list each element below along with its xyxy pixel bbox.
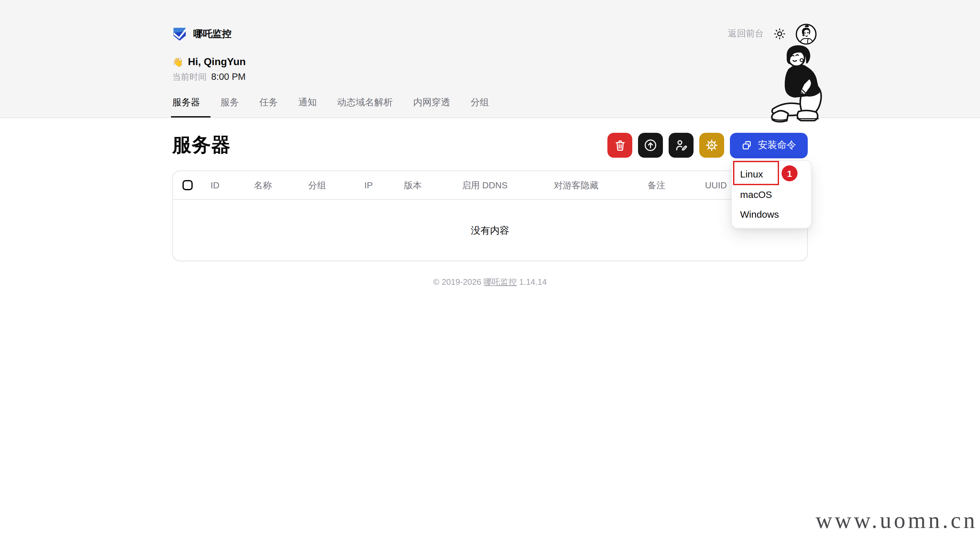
page-title: 服务器 (172, 132, 231, 158)
tab-groups[interactable]: 分组 (471, 90, 489, 117)
greeting-text: Hi, QingYun (188, 56, 246, 68)
tab-servers[interactable]: 服务器 (172, 90, 200, 117)
col-ip: IP (364, 171, 372, 200)
col-version: 版本 (404, 171, 422, 200)
footer: © 2019-2026 哪吒监控 1.14.14 (172, 276, 808, 288)
trash-icon (613, 138, 627, 152)
col-uuid: UUID (705, 171, 727, 200)
install-command-label: 安装命令 (758, 139, 796, 151)
circle-arrow-up-icon (643, 138, 658, 153)
table-header-row: ID 名称 分组 IP 版本 启用 DDNS 对游客隐藏 备注 UUID (173, 171, 807, 200)
brand-row: 哪吒监控 返回前台 (172, 26, 808, 42)
tab-services[interactable]: 服务 (220, 90, 239, 117)
user-avatar[interactable] (795, 23, 817, 45)
theme-toggle-sun-icon[interactable] (774, 28, 785, 40)
brand-name: 哪吒监控 (193, 28, 232, 40)
app-window: 哪吒监控 返回前台 (0, 0, 980, 535)
col-hide-from-guest: 对游客隐藏 (554, 171, 598, 200)
back-to-frontend-link[interactable]: 返回前台 (728, 28, 764, 40)
upload-button[interactable] (638, 133, 663, 158)
servers-table-card: ID 名称 分组 IP 版本 启用 DDNS 对游客隐藏 备注 UUID 没有内… (172, 171, 808, 261)
gear-icon (705, 138, 719, 153)
col-group: 分组 (308, 171, 326, 200)
footer-brand-link[interactable]: 哪吒监控 (484, 277, 517, 287)
tab-tasks[interactable]: 任务 (259, 90, 278, 117)
tab-notifications[interactable]: 通知 (298, 90, 317, 117)
brand-shield-logo-icon (172, 27, 187, 41)
col-id: ID (210, 171, 220, 200)
watermark-text: www.uomn.cn (816, 507, 977, 534)
col-ddns: 启用 DDNS (462, 171, 508, 200)
menu-item-windows[interactable]: Windows (735, 204, 808, 224)
sitting-person-illustration (769, 44, 836, 126)
edit-user-button[interactable] (669, 133, 694, 158)
install-command-button[interactable]: 安装命令 (730, 133, 808, 158)
tab-nat[interactable]: 内网穿透 (413, 90, 450, 117)
delete-button[interactable] (608, 133, 632, 158)
settings-button[interactable] (699, 133, 724, 158)
version-text: 1.14.14 (519, 277, 547, 287)
current-time-value: 8:00 PM (211, 72, 246, 82)
main-nav-tabs: 服务器 服务 任务 通知 动态域名解析 内网穿透 分组 (172, 90, 489, 117)
toolbar: 安装命令 (608, 133, 808, 158)
current-time-label: 当前时间 (172, 72, 207, 83)
main-content: 服务器 (0, 119, 980, 288)
copy-icon (741, 140, 752, 151)
menu-item-linux[interactable]: Linux (735, 164, 808, 184)
user-edit-icon (674, 138, 689, 153)
wave-emoji: 👋 (172, 57, 183, 67)
menu-item-macos[interactable]: macOS (735, 184, 808, 204)
tab-ddns[interactable]: 动态域名解析 (337, 90, 393, 117)
empty-state-text: 没有内容 (173, 200, 807, 261)
select-all-checkbox[interactable] (183, 180, 192, 190)
greeting-block: 👋 Hi, QingYun 当前时间 8:00 PM (172, 56, 246, 83)
col-name: 名称 (254, 171, 272, 200)
install-os-dropdown: Linux macOS Windows 1 (731, 160, 811, 228)
copyright-text: © 2019-2026 (433, 277, 481, 287)
col-note: 备注 (648, 171, 665, 200)
